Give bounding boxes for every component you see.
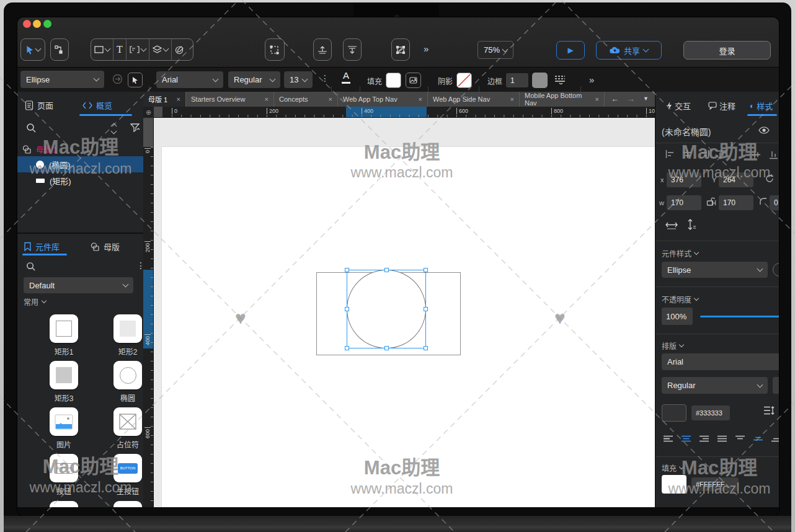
inline-frame-tool-button[interactable] — [127, 39, 149, 60]
library-search-button[interactable] — [26, 262, 36, 272]
text-valign-bottom-button[interactable] — [771, 435, 779, 443]
tab-notes[interactable]: 注释 — [708, 100, 735, 112]
text-align-right-button[interactable] — [699, 435, 709, 443]
border-style-button[interactable] — [554, 74, 568, 84]
search-outline-button[interactable] — [26, 123, 37, 133]
distribute-horizontal-icon[interactable] — [665, 220, 678, 229]
preview-button[interactable]: ▶ — [556, 41, 585, 60]
layers-tool-button[interactable] — [149, 39, 172, 60]
selection-handle[interactable] — [424, 307, 428, 311]
close-icon[interactable]: × — [419, 95, 422, 103]
master-section-row[interactable]: 母版 1 — [22, 144, 57, 154]
share-button[interactable]: 共享 — [596, 41, 662, 60]
ruler-corner[interactable]: ⊕ — [143, 107, 154, 118]
fill-section[interactable]: 填充 — [662, 463, 683, 473]
fill-color-swatch[interactable] — [386, 73, 401, 88]
selection-handle[interactable] — [345, 346, 349, 350]
filter-button[interactable] — [130, 123, 140, 133]
font-weight-select[interactable]: Regular — [228, 71, 280, 88]
text-align-center-button[interactable] — [681, 435, 691, 443]
canvas-zoom-select[interactable]: 75% — [477, 41, 513, 59]
selection-handle[interactable] — [345, 307, 349, 311]
component-rectangle2[interactable] — [113, 314, 142, 343]
library-group-header[interactable]: 常用 — [24, 296, 46, 307]
selection-handle[interactable] — [345, 268, 349, 272]
font-weight-dropdown[interactable]: Regular — [662, 377, 768, 394]
opacity-field[interactable]: 100% — [662, 308, 693, 325]
font-more-button[interactable]: ⋮ — [321, 73, 329, 83]
align-bottom-button[interactable] — [770, 150, 778, 159]
component-placeholder[interactable] — [113, 407, 142, 436]
select-mode-button[interactable] — [128, 73, 143, 87]
widget-style-select[interactable]: Ellipse — [20, 71, 104, 88]
font-family-select[interactable]: Arial — [156, 71, 223, 88]
style-edit-icon[interactable] — [773, 263, 779, 277]
selection-handle[interactable] — [384, 268, 389, 272]
close-icon[interactable]: × — [595, 95, 599, 103]
selection-handle[interactable] — [424, 268, 428, 272]
w-field[interactable]: 170 — [667, 195, 701, 210]
align-center-h-button[interactable] — [683, 150, 692, 158]
text-tool-button[interactable]: T — [113, 39, 127, 60]
tab-masters[interactable]: 母版 — [91, 241, 120, 252]
align-left-button[interactable] — [665, 150, 675, 158]
toolbar-overflow-button[interactable]: » — [424, 43, 429, 54]
doc-tab[interactable]: Concepts× — [274, 92, 338, 107]
opacity-section[interactable]: 不透明度 — [662, 294, 698, 304]
minimize-window-button[interactable] — [33, 20, 41, 28]
selection-handle[interactable] — [384, 346, 389, 350]
login-button[interactable]: 登录 — [683, 41, 771, 60]
library-select[interactable]: Default — [24, 277, 133, 293]
zoom-window-button[interactable] — [43, 20, 51, 28]
rotate-icon[interactable] — [765, 174, 775, 184]
shape-fill-swatch[interactable] — [662, 475, 686, 494]
font-color-hex-field[interactable]: #333333 — [691, 406, 730, 420]
shape-fill-hex-field[interactable]: #FFFFFF — [691, 477, 739, 491]
text-align-left-button[interactable] — [663, 435, 673, 443]
line-spacing-icon[interactable] — [763, 406, 775, 415]
font-color-swatch[interactable] — [662, 404, 686, 422]
tab-nav-forward-icon[interactable]: → — [627, 94, 635, 104]
component-button[interactable]: BUTTON — [50, 454, 78, 482]
select-tool-button[interactable] — [20, 38, 45, 61]
font-size-field[interactable] — [773, 377, 779, 394]
tab-style[interactable]: ◐ 样式 — [750, 100, 773, 112]
doc-tab[interactable]: Starters Overview× — [186, 92, 274, 107]
tree-item-ellipse[interactable]: (椭圆) — [17, 156, 143, 172]
font-color-button[interactable]: A — [342, 71, 350, 84]
close-window-button[interactable] — [23, 20, 31, 28]
transform-tool-button[interactable] — [265, 38, 285, 61]
component-ellipse[interactable] — [113, 361, 142, 389]
tree-item-rectangle[interactable]: (矩形) — [17, 172, 143, 188]
tab-list-icon[interactable]: ▼ — [643, 95, 649, 102]
canvas-viewport[interactable] — [154, 118, 655, 507]
doc-tab[interactable]: 母版 1× — [143, 92, 186, 107]
align-right-button[interactable] — [700, 150, 709, 158]
sort-button[interactable] — [112, 123, 116, 133]
widget-style-section[interactable]: 元件样式 — [662, 248, 698, 259]
text-valign-middle-button[interactable] — [753, 435, 763, 443]
typography-section[interactable]: 排版 — [662, 340, 683, 351]
component-primary-button[interactable]: BUTTON — [113, 454, 142, 482]
font-size-select[interactable]: 13 — [284, 71, 313, 88]
doc-tab[interactable]: Web App Side Nav× — [428, 92, 520, 107]
x-field[interactable]: 376 — [667, 172, 701, 187]
close-icon[interactable]: × — [265, 95, 269, 103]
fill-image-button[interactable] — [406, 73, 421, 88]
component-rectangle3[interactable] — [50, 361, 78, 389]
text-align-justify-button[interactable] — [717, 435, 727, 443]
corner-radius-field[interactable]: 0 — [770, 195, 779, 210]
h-field[interactable]: 170 — [719, 195, 753, 210]
connector-tool-button[interactable] — [50, 38, 69, 61]
selection-box[interactable] — [347, 270, 426, 348]
widget-style-dropdown[interactable]: Ellipse — [662, 262, 768, 278]
component-rectangle1[interactable] — [50, 314, 78, 343]
tab-interactions[interactable]: 交互 — [667, 100, 691, 112]
eye-icon[interactable] — [758, 126, 770, 134]
tab-nav-back-icon[interactable]: ← — [611, 94, 619, 104]
component-image[interactable] — [50, 407, 78, 436]
border-width-field[interactable]: 1 — [506, 73, 528, 87]
update-style-icon[interactable] — [112, 73, 123, 85]
distribute-vertical-icon[interactable] — [686, 219, 696, 230]
font-family-field[interactable]: Arial — [662, 353, 779, 370]
